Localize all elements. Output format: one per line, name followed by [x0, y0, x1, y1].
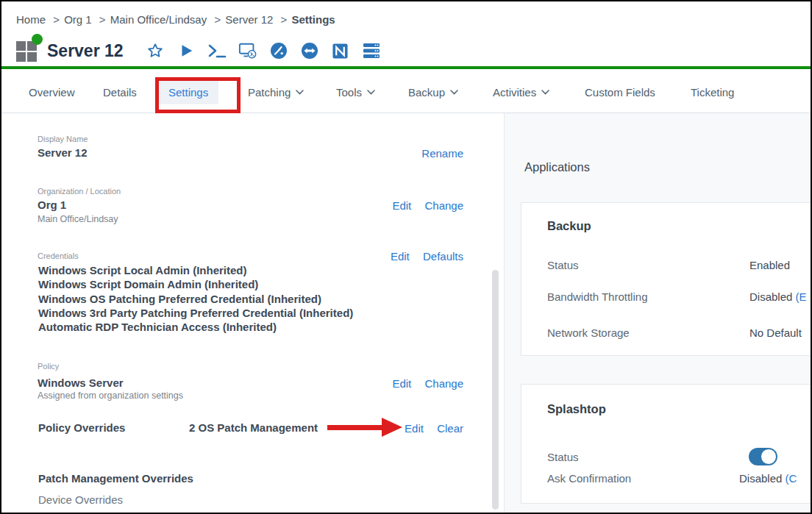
credentials-list: Windows Script Local Admin (Inherited) W… — [38, 263, 353, 334]
credential-item: Windows Script Local Admin (Inherited) — [38, 263, 353, 277]
bandwidth-throttling-label: Bandwidth Throttling — [547, 290, 647, 303]
tab-overview[interactable]: Overview — [29, 79, 75, 104]
device-overrides-heading: Device Overrides — [38, 493, 123, 506]
tab-backup[interactable]: Backup — [408, 79, 458, 104]
credential-item: Automatic RDP Technician Access (Inherit… — [38, 320, 353, 334]
credential-item: Windows 3rd Party Patching Preferred Cre… — [38, 306, 353, 320]
organization-label: Organization / Location — [38, 187, 121, 196]
tab-activities[interactable]: Activities — [493, 79, 549, 104]
credentials-actions: Edit Defaults — [380, 250, 463, 263]
policy-overrides-actions: Edit Clear — [394, 422, 463, 435]
splashtop-status-label: Status — [547, 451, 579, 463]
chevron-down-icon — [367, 90, 375, 95]
clear-link[interactable]: Clear — [437, 422, 463, 435]
play-icon[interactable] — [177, 41, 196, 60]
credential-item: Windows OS Patching Preferred Credential… — [38, 292, 353, 306]
organization-sub: Main Office/Lindsay — [38, 214, 118, 224]
breadcrumb-org[interactable]: Org 1 — [64, 13, 92, 26]
policy-sub: Assigned from organization settings — [38, 390, 183, 401]
rename-link[interactable]: Rename — [421, 147, 463, 160]
splashtop-status-toggle[interactable] — [749, 448, 777, 465]
applications-panel: Applications Backup Status Enabled Bandw… — [504, 113, 812, 514]
vertical-scrollbar[interactable] — [492, 270, 499, 510]
display-name-actions: Rename — [411, 147, 463, 160]
backup-icon[interactable] — [331, 41, 350, 60]
edit-link[interactable]: Edit — [405, 422, 424, 435]
breadcrumb-separator: > — [99, 13, 106, 26]
splashtop-icon[interactable] — [269, 41, 288, 60]
device-action-toolbar — [140, 41, 387, 60]
credential-item: Windows Script Domain Admin (Inherited) — [38, 277, 353, 291]
star-icon[interactable] — [146, 41, 165, 60]
chevron-down-icon — [450, 90, 458, 95]
edit-link[interactable]: (E — [796, 290, 807, 303]
breadcrumb-home[interactable]: Home — [16, 13, 46, 26]
terminal-icon[interactable] — [207, 41, 227, 60]
organization-actions: Edit Change — [382, 199, 463, 212]
edit-link[interactable]: Edit — [391, 250, 410, 263]
annotation-red-arrow — [327, 418, 402, 438]
edit-link[interactable]: Edit — [392, 377, 411, 390]
tab-custom-fields[interactable]: Custom Fields — [585, 79, 655, 104]
status-label: Status — [547, 259, 579, 271]
breadcrumb-separator: > — [281, 13, 288, 26]
edit-link[interactable]: Edit — [392, 199, 411, 212]
tab-patching[interactable]: Patching — [248, 79, 304, 104]
breadcrumb: Home > Org 1 > Main Office/Lindsay > Ser… — [16, 13, 340, 26]
tab-ticketing[interactable]: Ticketing — [691, 79, 734, 104]
chevron-down-icon — [541, 90, 549, 95]
page-title: Server 12 — [47, 41, 124, 61]
breadcrumb-location[interactable]: Main Office/Lindsay — [110, 13, 207, 26]
change-link[interactable]: Change — [424, 377, 463, 390]
windows-logo-icon — [16, 40, 38, 62]
tab-settings[interactable]: Settings — [158, 79, 218, 104]
ask-confirmation-label: Ask Confirmation — [547, 472, 631, 485]
ask-confirmation-value: Disabled (C — [739, 472, 797, 485]
network-storage-label: Network Storage — [547, 326, 630, 339]
device-settings-page: Home > Org 1 > Main Office/Lindsay > Ser… — [0, 0, 812, 514]
change-link[interactable]: Change — [424, 199, 463, 212]
policy-value: Windows Server — [38, 376, 124, 389]
tab-details[interactable]: Details — [103, 79, 137, 104]
server-stack-icon[interactable] — [362, 41, 381, 60]
remote-desktop-icon[interactable] — [238, 41, 257, 60]
toggle-knob — [761, 449, 777, 465]
display-name-label: Display Name — [38, 135, 88, 143]
patch-management-overrides-heading: Patch Management Overrides — [38, 472, 193, 485]
policy-overrides-label: Policy Overrides — [38, 421, 125, 434]
organization-value: Org 1 — [38, 199, 66, 211]
chevron-down-icon — [296, 90, 304, 95]
network-storage-value: No Default — [749, 326, 802, 339]
defaults-link[interactable]: Defaults — [423, 250, 463, 263]
change-link[interactable]: (C — [786, 472, 797, 485]
backup-card-title: Backup — [547, 219, 591, 233]
policy-actions: Edit Change — [382, 377, 463, 390]
online-status-dot — [32, 34, 43, 45]
breadcrumb-separator: > — [53, 13, 60, 26]
tab-tools[interactable]: Tools — [336, 79, 375, 104]
status-value: Enabled — [749, 259, 790, 271]
credentials-label: Credentials — [38, 251, 79, 260]
policy-overrides-value: 2 OS Patch Management — [189, 421, 318, 434]
tab-bar: Overview Details Settings Patching Tools… — [1, 69, 811, 113]
policy-label: Policy — [38, 362, 59, 371]
display-name-value: Server 12 — [38, 146, 88, 159]
device-header: Server 12 — [16, 35, 387, 66]
breadcrumb-device[interactable]: Server 12 — [225, 13, 273, 26]
splashtop-card-title: Splashtop — [547, 402, 606, 416]
breadcrumb-separator: > — [214, 13, 221, 26]
teamviewer-icon[interactable] — [300, 41, 319, 60]
breadcrumb-current: Settings — [291, 13, 335, 26]
applications-heading: Applications — [524, 160, 590, 174]
backup-card: Backup Status Enabled Bandwidth Throttli… — [521, 202, 812, 356]
splashtop-card: Splashtop Status Ask Confirmation Disabl… — [521, 384, 812, 504]
bandwidth-throttling-value: Disabled (E — [749, 290, 807, 303]
settings-panel: Display Name Server 12 Rename Organizati… — [1, 113, 503, 514]
